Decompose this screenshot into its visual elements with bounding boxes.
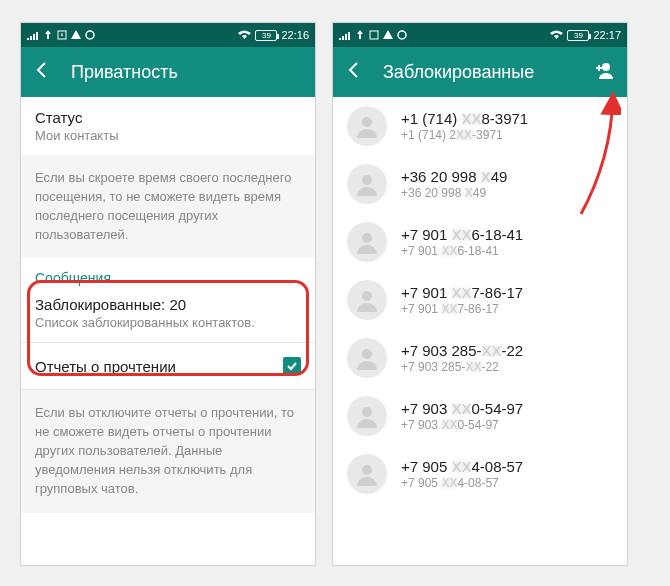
upload-icon xyxy=(355,30,365,40)
upload-icon xyxy=(43,30,53,40)
contact-secondary: +7 901 XX7-86-17 xyxy=(401,302,523,316)
svg-point-9 xyxy=(362,349,372,359)
svg-point-7 xyxy=(362,233,372,243)
warning-icon xyxy=(383,30,393,40)
contact-secondary: +36 20 998 X49 xyxy=(401,186,507,200)
download-icon xyxy=(57,30,67,40)
avatar-icon xyxy=(347,164,387,204)
battery-icon: 39 xyxy=(567,30,589,41)
avatar-icon xyxy=(347,338,387,378)
battery-icon: 39 xyxy=(255,30,277,41)
checkbox-checked-icon[interactable] xyxy=(283,357,301,375)
statusbar: 39 22:17 xyxy=(333,23,627,47)
back-icon[interactable] xyxy=(33,60,53,85)
page-title: Заблокированные xyxy=(383,62,593,83)
contact-row[interactable]: +7 901 XX6-18-41+7 901 XX6-18-41 xyxy=(333,213,627,271)
clock-text: 22:17 xyxy=(593,29,621,41)
contact-row[interactable]: +36 20 998 X49+36 20 998 X49 xyxy=(333,155,627,213)
contact-secondary: +7 903 285-XX-22 xyxy=(401,360,523,374)
avatar-icon xyxy=(347,280,387,320)
blocked-row[interactable]: Заблокированные: 20 Список заблокированн… xyxy=(21,290,315,342)
contact-secondary: +7 901 XX6-18-41 xyxy=(401,244,523,258)
statusbar: 39 22:16 xyxy=(21,23,315,47)
sync-icon xyxy=(397,30,407,40)
page-title: Приватность xyxy=(71,62,303,83)
contact-primary: +7 901 XX6-18-41 xyxy=(401,226,523,243)
status-sub: Мои контакты xyxy=(35,128,301,143)
contact-row[interactable]: +7 903 XX0-54-97+7 903 XX0-54-97 xyxy=(333,387,627,445)
contact-primary: +36 20 998 X49 xyxy=(401,168,507,185)
contact-secondary: +7 903 XX0-54-97 xyxy=(401,418,523,432)
download-icon xyxy=(369,30,379,40)
read-receipts-title: Отчеты о прочтении xyxy=(35,358,176,375)
signal-icon xyxy=(27,30,39,40)
status-row[interactable]: Статус Мои контакты xyxy=(21,97,315,155)
status-title: Статус xyxy=(35,109,301,126)
add-person-icon[interactable] xyxy=(593,59,615,86)
messages-section: Сообщения xyxy=(21,258,315,290)
contact-primary: +7 903 285-XX-22 xyxy=(401,342,523,359)
appbar-privacy: Приватность xyxy=(21,47,315,97)
wifi-icon xyxy=(550,30,563,40)
contact-row[interactable]: +7 905 XX4-08-57+7 905 XX4-08-57 xyxy=(333,445,627,503)
contact-row[interactable]: +1 (714) XX8-3971+1 (714) 2XX-3971 xyxy=(333,97,627,155)
back-icon[interactable] xyxy=(345,60,365,85)
clock-text: 22:16 xyxy=(281,29,309,41)
svg-point-10 xyxy=(362,407,372,417)
signal-icon xyxy=(339,30,351,40)
contact-secondary: +7 905 XX4-08-57 xyxy=(401,476,523,490)
contact-primary: +7 903 XX0-54-97 xyxy=(401,400,523,417)
phone-privacy: 39 22:16 Приватность Статус Мои контакты… xyxy=(20,22,316,566)
svg-point-8 xyxy=(362,291,372,301)
avatar-icon xyxy=(347,106,387,146)
svg-point-4 xyxy=(602,63,610,71)
blocked-sub: Список заблокированных контактов. xyxy=(35,315,301,330)
warning-icon xyxy=(71,30,81,40)
svg-rect-2 xyxy=(370,31,378,39)
appbar-blocked: Заблокированные xyxy=(333,47,627,97)
sync-icon xyxy=(85,30,95,40)
svg-point-11 xyxy=(362,465,372,475)
svg-point-1 xyxy=(86,31,94,39)
svg-point-3 xyxy=(398,31,406,39)
blocked-title: Заблокированные: 20 xyxy=(35,296,301,313)
wifi-icon xyxy=(238,30,251,40)
contact-row[interactable]: +7 903 285-XX-22+7 903 285-XX-22 xyxy=(333,329,627,387)
lastseen-info: Если вы скроете время своего последнего … xyxy=(21,155,315,258)
contact-primary: +7 905 XX4-08-57 xyxy=(401,458,523,475)
contact-primary: +7 901 XX7-86-17 xyxy=(401,284,523,301)
phone-blocked: 39 22:17 Заблокированные +1 (714) XX8-39… xyxy=(332,22,628,566)
contact-primary: +1 (714) XX8-3971 xyxy=(401,110,528,127)
contact-secondary: +1 (714) 2XX-3971 xyxy=(401,128,528,142)
read-receipts-info: Если вы отключите отчеты о прочтении, то… xyxy=(21,390,315,512)
contact-row[interactable]: +7 901 XX7-86-17+7 901 XX7-86-17 xyxy=(333,271,627,329)
read-receipts-row[interactable]: Отчеты о прочтении xyxy=(21,343,315,389)
svg-point-6 xyxy=(362,175,372,185)
avatar-icon xyxy=(347,454,387,494)
svg-point-5 xyxy=(362,117,372,127)
privacy-list: Статус Мои контакты Если вы скроете врем… xyxy=(21,97,315,565)
avatar-icon xyxy=(347,396,387,436)
blocked-contacts-list[interactable]: +1 (714) XX8-3971+1 (714) 2XX-3971+36 20… xyxy=(333,97,627,565)
avatar-icon xyxy=(347,222,387,262)
